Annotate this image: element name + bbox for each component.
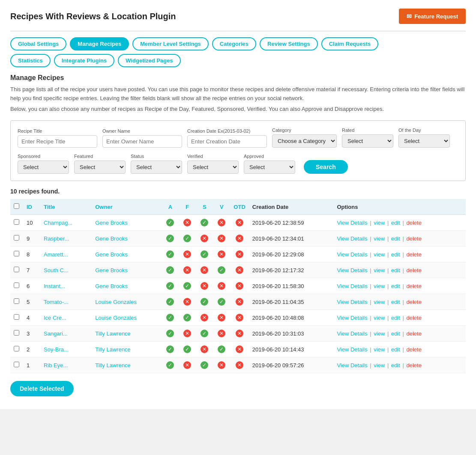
tab-member-level-settings[interactable]: Member Level Settings (132, 37, 209, 51)
row-checkbox[interactable] (14, 346, 19, 351)
row-checkbox[interactable] (14, 283, 19, 288)
delete-link[interactable]: delete (406, 220, 421, 226)
row-otd: ✕ (230, 310, 248, 326)
view-link[interactable]: view (374, 330, 385, 337)
title-link[interactable]: Instant... (44, 283, 65, 289)
tab-claim-requests[interactable]: Claim Requests (321, 37, 379, 51)
owner-link[interactable]: Gene Brooks (95, 267, 128, 274)
owner-link[interactable]: Tilly Lawrence (95, 346, 131, 353)
row-owner: Louise Gonzales (92, 310, 162, 326)
view-details-link[interactable]: View Details (337, 251, 367, 258)
delete-selected-button[interactable]: Delete Selected (10, 381, 74, 396)
view-link[interactable]: view (374, 283, 385, 289)
delete-link[interactable]: delete (406, 283, 421, 289)
row-checkbox[interactable] (14, 251, 19, 256)
view-details-link[interactable]: View Details (337, 346, 367, 353)
row-checkbox[interactable] (14, 219, 19, 225)
x-icon: ✕ (201, 282, 208, 290)
category-select[interactable]: Choose a Category (272, 134, 337, 148)
featured-select[interactable]: Select (74, 161, 126, 174)
view-link[interactable]: view (374, 346, 385, 353)
title-link[interactable]: Sangari... (44, 330, 68, 337)
tab-widgetized-pages[interactable]: Widgetized Pages (118, 54, 180, 67)
edit-link[interactable]: edit (391, 299, 400, 305)
edit-link[interactable]: edit (391, 235, 400, 242)
title-link[interactable]: Rib Eye... (44, 362, 68, 369)
tab-integrate-plugins[interactable]: Integrate Plugins (54, 54, 114, 67)
view-details-link[interactable]: View Details (337, 330, 367, 337)
owner-link[interactable]: Louise Gonzales (95, 315, 137, 321)
title-link[interactable]: South C... (44, 267, 69, 274)
view-details-link[interactable]: View Details (337, 267, 367, 274)
title-link[interactable]: Ice Cre... (44, 315, 66, 321)
recipe-title-input[interactable] (18, 135, 97, 148)
search-button[interactable]: Search (304, 160, 348, 174)
row-title: Raspber... (40, 231, 92, 247)
title-link[interactable]: Soy-Bra... (44, 346, 69, 353)
view-link[interactable]: view (374, 315, 385, 321)
row-checkbox[interactable] (14, 235, 19, 241)
delete-link[interactable]: delete (406, 315, 421, 321)
edit-link[interactable]: edit (391, 283, 400, 289)
view-details-link[interactable]: View Details (337, 235, 367, 242)
owner-link[interactable]: Louise Gonzales (95, 299, 137, 305)
delete-link[interactable]: delete (406, 330, 421, 337)
delete-link[interactable]: delete (406, 235, 421, 242)
delete-link[interactable]: delete (406, 362, 421, 369)
row-checkbox[interactable] (14, 330, 19, 336)
tab-review-settings[interactable]: Review Settings (260, 37, 318, 51)
row-v: ✕ (213, 231, 230, 247)
view-link[interactable]: view (374, 299, 385, 305)
tab-global-settings[interactable]: Global Settings (10, 37, 66, 51)
view-details-link[interactable]: View Details (337, 362, 367, 369)
row-checkbox[interactable] (14, 267, 19, 272)
view-link[interactable]: view (374, 251, 385, 258)
view-link[interactable]: view (374, 220, 385, 226)
rated-select[interactable]: Select (342, 134, 393, 148)
edit-link[interactable]: edit (391, 315, 400, 321)
title-link[interactable]: Champag... (44, 220, 72, 226)
tab-statistics[interactable]: Statistics (10, 54, 51, 67)
creation-date-input[interactable] (187, 135, 267, 148)
view-link[interactable]: view (374, 362, 385, 369)
owner-link[interactable]: Gene Brooks (95, 251, 128, 258)
owner-link[interactable]: Gene Brooks (95, 283, 128, 289)
owner-link[interactable]: Gene Brooks (95, 220, 128, 226)
status-select[interactable]: Select (131, 161, 182, 174)
title-link[interactable]: Raspber... (44, 235, 69, 242)
edit-link[interactable]: edit (391, 220, 400, 226)
owner-link[interactable]: Tilly Lawrence (95, 330, 131, 337)
row-checkbox[interactable] (14, 298, 19, 304)
delete-link[interactable]: delete (406, 299, 421, 305)
edit-link[interactable]: edit (391, 330, 400, 337)
delete-link[interactable]: delete (406, 346, 421, 353)
view-details-link[interactable]: View Details (337, 315, 367, 321)
row-checkbox[interactable] (14, 314, 19, 320)
view-details-link[interactable]: View Details (337, 299, 367, 305)
select-all-checkbox[interactable] (14, 203, 19, 209)
row-id: 1 (23, 357, 40, 373)
edit-link[interactable]: edit (391, 267, 400, 274)
of-the-day-select[interactable]: Select (398, 134, 450, 148)
feature-request-button[interactable]: ✉ Feature Request (399, 9, 466, 24)
title-link[interactable]: Amarett... (44, 251, 68, 258)
delete-link[interactable]: delete (406, 251, 421, 258)
owner-link[interactable]: Tilly Lawrence (95, 362, 131, 369)
verified-select[interactable]: Select (187, 161, 239, 174)
row-checkbox[interactable] (14, 362, 19, 367)
owner-link[interactable]: Gene Brooks (95, 235, 128, 242)
view-link[interactable]: view (374, 267, 385, 274)
approved-select[interactable]: Select (244, 161, 295, 174)
tab-categories[interactable]: Categories (212, 37, 256, 51)
view-link[interactable]: view (374, 235, 385, 242)
edit-link[interactable]: edit (391, 362, 400, 369)
delete-link[interactable]: delete (406, 267, 421, 274)
view-details-link[interactable]: View Details (337, 220, 367, 226)
view-details-link[interactable]: View Details (337, 283, 367, 289)
sponsored-select[interactable]: Select (18, 161, 69, 174)
edit-link[interactable]: edit (391, 346, 400, 353)
title-link[interactable]: Tomato-... (44, 299, 69, 305)
tab-manage-recipes[interactable]: Manage Recipes (70, 37, 129, 51)
edit-link[interactable]: edit (391, 251, 400, 258)
owner-name-input[interactable] (102, 135, 182, 148)
